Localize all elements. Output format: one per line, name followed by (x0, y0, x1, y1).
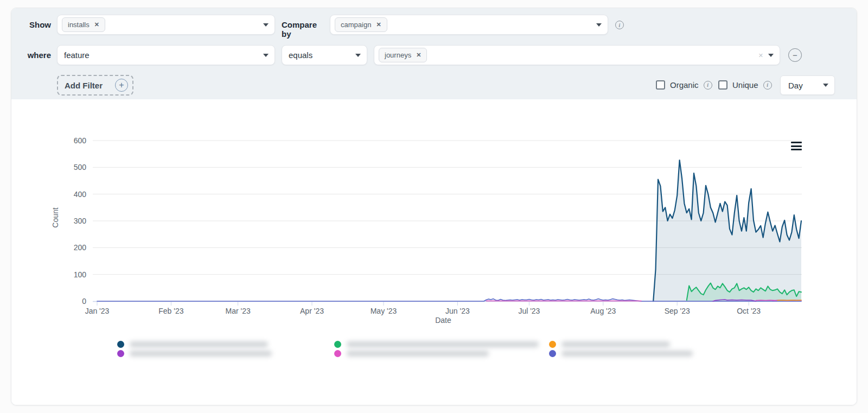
where-label: where (22, 50, 51, 60)
compare-by-chip[interactable]: campaign ✕ (335, 17, 387, 32)
series-area (653, 160, 801, 301)
chevron-down-icon[interactable] (596, 23, 602, 27)
legend-item[interactable] (549, 350, 693, 357)
unique-label: Unique (732, 80, 758, 90)
compare-by-select[interactable]: campaign ✕ (330, 15, 608, 35)
minus-icon: − (793, 51, 797, 59)
chip-remove-icon[interactable]: ✕ (94, 22, 99, 28)
add-filter-label: Add Filter (65, 81, 103, 90)
show-chip-label: installs (68, 21, 90, 29)
remove-filter-button[interactable]: − (788, 48, 802, 62)
unique-checkbox[interactable] (718, 80, 727, 90)
plus-icon: + (115, 79, 128, 92)
timeseries-chart: 0100200300400500600Jan '23Feb '23Mar '23… (11, 99, 857, 360)
series-line (777, 300, 801, 301)
show-chip[interactable]: installs ✕ (62, 17, 105, 32)
x-tick-label: Feb '23 (158, 307, 183, 315)
x-tick-label: Sep '23 (665, 307, 690, 315)
legend-item[interactable] (334, 340, 539, 348)
clear-all-icon[interactable]: ✕ (758, 52, 763, 59)
legend-item[interactable] (117, 340, 272, 348)
organic-checkbox[interactable] (656, 80, 665, 90)
where-field-value: feature (62, 50, 90, 60)
where-value-chip[interactable]: journeys ✕ (379, 48, 427, 62)
compare-info-icon[interactable]: i (615, 21, 624, 29)
unique-option: Unique i (718, 80, 772, 90)
x-tick-label: Jul '23 (518, 307, 540, 315)
legend-swatch-icon (117, 341, 124, 348)
chevron-down-icon[interactable] (355, 54, 361, 57)
y-tick-label: 300 (74, 217, 87, 225)
where-value-select[interactable]: journeys ✕ ✕ (374, 45, 780, 65)
legend-label-redacted (130, 341, 268, 347)
chip-remove-icon[interactable]: ✕ (416, 52, 421, 58)
legend-column (549, 340, 693, 357)
filter-panel: Show installs ✕ Compare by campaign ✕ i … (11, 8, 857, 99)
legend-swatch-icon (334, 350, 341, 357)
y-tick-label: 0 (82, 297, 86, 306)
where-value-chip-label: journeys (385, 51, 411, 59)
show-label: Show (22, 20, 51, 29)
legend-item[interactable] (117, 350, 272, 357)
where-field-select[interactable]: feature (57, 45, 275, 65)
x-tick-label: Jan '23 (85, 307, 110, 315)
legend-label-redacted (561, 351, 693, 357)
chart-menu-icon[interactable] (791, 142, 802, 150)
chart-section: 0100200300400500600Jan '23Feb '23Mar '23… (11, 99, 857, 405)
dashboard-card: Show installs ✕ Compare by campaign ✕ i … (11, 8, 857, 405)
granularity-value: Day (785, 81, 803, 90)
add-filter-button[interactable]: Add Filter + (57, 75, 133, 96)
x-tick-label: Apr '23 (300, 307, 324, 315)
legend-column (117, 340, 272, 357)
organic-option: Organic i (656, 80, 712, 90)
x-axis-title: Date (435, 316, 451, 325)
y-tick-label: 400 (74, 190, 87, 199)
legend-item[interactable] (334, 350, 539, 357)
y-tick-label: 600 (74, 136, 87, 145)
chevron-down-icon[interactable] (823, 84, 828, 87)
legend-swatch-icon (334, 341, 341, 348)
chevron-down-icon[interactable] (768, 54, 774, 57)
legend-swatch-icon (549, 350, 556, 357)
unique-info-icon[interactable]: i (763, 81, 772, 90)
organic-label: Organic (670, 80, 699, 90)
legend-label-redacted (347, 341, 539, 347)
x-tick-label: Mar '23 (225, 307, 250, 315)
legend-label-redacted (561, 341, 670, 347)
y-tick-label: 100 (74, 270, 87, 279)
legend-label-redacted (130, 351, 272, 357)
where-operator-select[interactable]: equals (282, 45, 367, 65)
legend-item[interactable] (549, 340, 693, 348)
compare-by-label: Compare by (282, 20, 328, 39)
chip-remove-icon[interactable]: ✕ (376, 22, 381, 28)
y-axis-title: Count (51, 207, 60, 227)
show-select[interactable]: installs ✕ (57, 15, 275, 35)
legend-swatch-icon (117, 350, 124, 357)
compare-by-chip-label: campaign (341, 21, 371, 29)
y-tick-label: 500 (74, 163, 87, 171)
x-tick-label: Jun '23 (445, 307, 470, 315)
x-tick-label: Oct '23 (737, 307, 761, 315)
chevron-down-icon[interactable] (263, 54, 269, 57)
x-tick-label: May '23 (371, 307, 397, 315)
where-operator-value: equals (286, 50, 312, 60)
legend-column (334, 340, 539, 357)
legend-swatch-icon (549, 341, 556, 348)
granularity-select[interactable]: Day (780, 75, 835, 95)
y-tick-label: 200 (74, 243, 87, 252)
chevron-down-icon[interactable] (263, 23, 269, 27)
x-tick-label: Aug '23 (590, 307, 616, 315)
organic-info-icon[interactable]: i (704, 81, 712, 90)
legend-label-redacted (347, 351, 489, 357)
